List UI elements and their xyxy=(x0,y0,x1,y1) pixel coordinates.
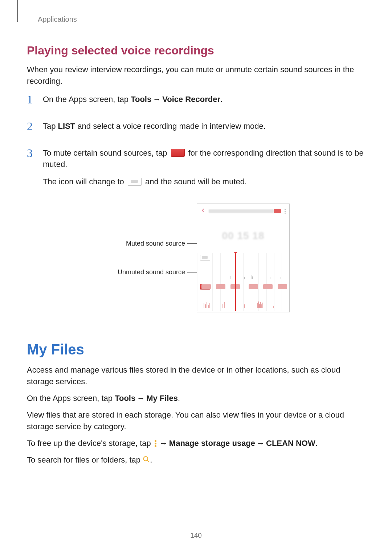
t: . xyxy=(150,455,152,464)
step3-text-a: To mute certain sound sources, tap for t… xyxy=(43,147,365,171)
step-number: 2 xyxy=(27,120,36,138)
t: . xyxy=(220,95,222,104)
callout-unmuted-label: Unmuted sound source xyxy=(118,268,185,276)
unmuted-source-icon xyxy=(171,149,185,157)
muted-source-icon xyxy=(128,178,142,186)
tools-label: Tools xyxy=(115,394,135,403)
track-top xyxy=(197,253,289,282)
waveform-unmuted xyxy=(197,300,289,308)
callout-line xyxy=(187,272,197,273)
t: . xyxy=(178,394,180,403)
section1-intro: When you review interview recordings, yo… xyxy=(27,64,365,87)
callout-line xyxy=(187,243,197,244)
search-icon xyxy=(143,455,150,466)
t: To search for files or folders, tap xyxy=(27,455,143,464)
myfiles-p1: Access and manage various files stored i… xyxy=(27,364,365,387)
phone-header xyxy=(197,204,289,218)
callout-unmuted: Unmuted sound source xyxy=(118,268,197,276)
clean-now-label: CLEAN NOW xyxy=(266,439,315,448)
step-number: 3 xyxy=(27,147,36,194)
mute-toggle-off-icon xyxy=(200,255,210,260)
callout-muted-label: Muted sound source xyxy=(126,240,185,247)
svg-point-0 xyxy=(144,456,148,461)
t: On the Apps screen, tap xyxy=(43,95,131,104)
arrow-icon: → xyxy=(151,95,162,104)
myfiles-p2: On the Apps screen, tap Tools→My Files. xyxy=(27,393,365,404)
breadcrumb: Applications xyxy=(38,15,365,24)
t: To free up the device's storage, tap xyxy=(27,439,153,448)
step-1: 1 On the Apps screen, tap Tools→Voice Re… xyxy=(27,94,365,111)
t: and the sound will be muted. xyxy=(143,177,247,186)
t: The icon will change to xyxy=(43,177,126,186)
track-bottom xyxy=(197,282,289,311)
step1-text: On the Apps screen, tap Tools→Voice Reco… xyxy=(43,94,365,105)
time-display: 00 15 18 xyxy=(197,218,289,253)
arrow-icon: → xyxy=(135,394,146,403)
waveform-muted xyxy=(197,271,289,279)
step-number: 1 xyxy=(27,94,36,111)
svg-line-1 xyxy=(147,460,149,462)
more-icon xyxy=(285,208,286,214)
myfiles-p4: To free up the device's storage, tap →Ma… xyxy=(27,438,365,449)
arrow-icon: → xyxy=(158,439,169,448)
section-heading-myfiles: My Files xyxy=(27,341,365,358)
phone-screenshot: 00 15 18 xyxy=(197,204,290,312)
step-3: 3 To mute certain sound sources, tap for… xyxy=(27,147,365,194)
waveform-blobs xyxy=(197,283,289,290)
arrow-icon: → xyxy=(255,439,266,448)
back-icon xyxy=(201,208,206,214)
more-options-icon xyxy=(153,439,158,448)
side-rule xyxy=(17,0,18,22)
page-number: 140 xyxy=(0,532,392,539)
myfiles-p3: View files that are stored in each stora… xyxy=(27,409,365,432)
t: and select a voice recording made in int… xyxy=(75,122,266,131)
t: To mute certain sound sources, tap xyxy=(43,148,170,157)
t: Tap xyxy=(43,122,58,131)
step-2: 2 Tap LIST and select a voice recording … xyxy=(27,120,365,138)
tools-label: Tools xyxy=(131,95,151,104)
time-value: 00 15 18 xyxy=(222,230,265,242)
myfiles-p5: To search for files or folders, tap . xyxy=(27,454,365,466)
manage-storage-label: Manage storage usage xyxy=(169,439,255,448)
record-indicator-icon xyxy=(274,209,281,213)
voice-recorder-figure: Muted sound source Unmuted sound source … xyxy=(27,204,365,312)
myfiles-label: My Files xyxy=(146,394,178,403)
section-heading-playing: Playing selected voice recordings xyxy=(27,44,365,57)
step2-text: Tap LIST and select a voice recording ma… xyxy=(43,120,365,132)
step3-text-b: The icon will change to and the sound wi… xyxy=(43,176,365,188)
t: . xyxy=(315,439,318,448)
callout-muted: Muted sound source xyxy=(126,240,197,247)
list-label: LIST xyxy=(58,122,75,131)
voice-recorder-label: Voice Recorder xyxy=(162,95,220,104)
t: On the Apps screen, tap xyxy=(27,394,115,403)
recording-title-blur xyxy=(209,209,274,213)
playhead-icon xyxy=(235,253,236,311)
